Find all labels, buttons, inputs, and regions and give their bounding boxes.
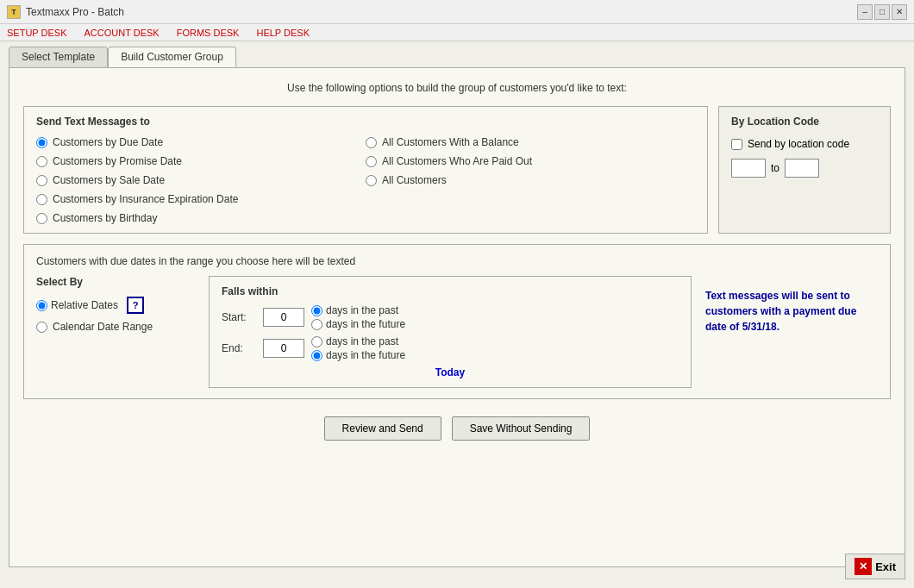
radio-sale-date[interactable] — [36, 175, 47, 186]
location-to-input[interactable] — [785, 159, 819, 178]
send-text-heading: Send Text Messages to — [36, 116, 695, 128]
label-birthday[interactable]: Customers by Birthday — [53, 212, 157, 224]
radio-start-past[interactable] — [311, 305, 322, 316]
title-bar: T Textmaxx Pro - Batch – □ ✕ — [0, 0, 914, 24]
exit-label: Exit — [875, 560, 896, 573]
tab-bar: Select Template Build Customer Group — [0, 41, 914, 67]
label-sale-date[interactable]: Customers by Sale Date — [53, 174, 165, 186]
select-by-section: Select By Relative Dates ? Calendar Date… — [36, 276, 209, 388]
label-paid-out[interactable]: All Customers Who Are Paid Out — [382, 155, 532, 167]
option-promise-date: Customers by Promise Date — [36, 155, 366, 167]
option-paid-out: All Customers Who Are Paid Out — [366, 155, 695, 167]
end-days-future-row: days in the future — [311, 349, 405, 361]
radio-start-future[interactable] — [311, 319, 322, 330]
location-from-input[interactable] — [731, 159, 766, 178]
radio-paid-out[interactable] — [366, 156, 377, 167]
due-date-inner: Select By Relative Dates ? Calendar Date… — [36, 276, 878, 388]
label-due-date[interactable]: Customers by Due Date — [53, 136, 163, 148]
tab-build-customer-group[interactable]: Build Customer Group — [108, 47, 236, 67]
label-end-future[interactable]: days in the future — [326, 349, 405, 361]
radio-promise-date[interactable] — [36, 156, 47, 167]
menu-account-desk[interactable]: ACCOUNT DESK — [81, 28, 163, 38]
location-code-box: By Location Code Send by location code t… — [718, 106, 891, 234]
window-controls: – □ ✕ — [857, 4, 907, 20]
location-to-row: to — [731, 159, 878, 178]
menu-bar: SETUP DESK ACCOUNT DESK FORMS DESK HELP … — [0, 24, 914, 41]
radio-relative-dates[interactable] — [36, 300, 47, 311]
option-relative-dates: Relative Dates ? — [36, 297, 191, 314]
start-row: Start: days in the past days in the futu… — [222, 304, 679, 330]
send-text-options: Customers by Due Date Customers by Promi… — [36, 136, 695, 224]
option-all-customers: All Customers — [366, 174, 695, 186]
label-end-past[interactable]: days in the past — [326, 335, 398, 347]
radio-all-customers[interactable] — [366, 175, 377, 186]
label-insurance-date[interactable]: Customers by Insurance Expiration Date — [53, 193, 238, 205]
minimize-button[interactable]: – — [857, 4, 873, 20]
end-row: End: days in the past days in the future — [222, 335, 679, 361]
option-due-date: Customers by Due Date — [36, 136, 366, 148]
location-checkbox-row: Send by location code — [731, 138, 878, 150]
due-date-title: Customers with due dates in the range yo… — [36, 255, 878, 267]
location-code-heading: By Location Code — [731, 116, 878, 128]
due-date-box: Customers with due dates in the range yo… — [23, 244, 891, 399]
end-days-past-row: days in the past — [311, 335, 405, 347]
location-to-text: to — [771, 162, 779, 174]
falls-within-heading: Falls within — [222, 285, 679, 297]
send-text-box: Send Text Messages to Customers by Due D… — [23, 106, 708, 234]
app-icon: T — [7, 5, 21, 19]
today-link[interactable]: Today — [222, 366, 679, 378]
start-days-future-row: days in the future — [311, 318, 405, 330]
start-input[interactable] — [263, 308, 304, 327]
start-radios: days in the past days in the future — [311, 304, 405, 330]
label-relative-dates[interactable]: Relative Dates — [51, 299, 118, 311]
exit-button[interactable]: ✕ Exit — [845, 554, 905, 579]
exit-icon: ✕ — [855, 558, 872, 575]
menu-forms-desk[interactable]: FORMS DESK — [173, 28, 243, 38]
end-label: End: — [222, 342, 256, 354]
label-all-balance[interactable]: All Customers With a Balance — [382, 136, 519, 148]
radio-due-date[interactable] — [36, 137, 47, 148]
top-section: Send Text Messages to Customers by Due D… — [23, 106, 891, 234]
radio-end-past[interactable] — [311, 336, 322, 347]
send-text-right-col: All Customers With a Balance All Custome… — [366, 136, 695, 224]
review-send-button[interactable]: Review and Send — [324, 416, 441, 441]
menu-help-desk[interactable]: HELP DESK — [253, 28, 313, 38]
radio-insurance-date[interactable] — [36, 194, 47, 205]
help-button[interactable]: ? — [127, 297, 144, 314]
option-all-balance: All Customers With a Balance — [366, 136, 695, 148]
label-promise-date[interactable]: Customers by Promise Date — [53, 155, 182, 167]
radio-calendar-range[interactable] — [36, 322, 47, 333]
maximize-button[interactable]: □ — [874, 4, 890, 20]
label-calendar-range[interactable]: Calendar Date Range — [53, 321, 153, 333]
option-calendar-range: Calendar Date Range — [36, 321, 191, 333]
label-start-future[interactable]: days in the future — [326, 318, 405, 330]
instruction-text: Use the following options to build the g… — [23, 82, 891, 94]
label-all-customers[interactable]: All Customers — [382, 174, 447, 186]
close-button[interactable]: ✕ — [892, 4, 907, 20]
option-birthday: Customers by Birthday — [36, 212, 366, 224]
info-text: Text messages will be sent to customers … — [705, 288, 878, 388]
radio-end-future[interactable] — [311, 350, 322, 361]
option-sale-date: Customers by Sale Date — [36, 174, 366, 186]
main-content: Use the following options to build the g… — [9, 67, 905, 567]
end-input[interactable] — [263, 339, 304, 358]
menu-setup-desk[interactable]: SETUP DESK — [3, 28, 71, 38]
end-radios: days in the past days in the future — [311, 335, 405, 361]
start-days-past-row: days in the past — [311, 304, 405, 316]
bottom-buttons: Review and Send Save Without Sending — [23, 416, 891, 441]
select-by-heading: Select By — [36, 276, 191, 288]
option-insurance-date: Customers by Insurance Expiration Date — [36, 193, 366, 205]
location-code-label[interactable]: Send by location code — [748, 138, 849, 150]
location-code-checkbox[interactable] — [731, 139, 742, 150]
radio-birthday[interactable] — [36, 213, 47, 224]
save-without-button[interactable]: Save Without Sending — [452, 416, 591, 441]
falls-within-section: Falls within Start: days in the past day… — [209, 276, 692, 388]
radio-all-balance[interactable] — [366, 137, 377, 148]
window-title: Textmaxx Pro - Batch — [26, 6, 124, 18]
tab-select-template[interactable]: Select Template — [9, 47, 108, 67]
exit-area: ✕ Exit — [845, 554, 905, 579]
label-start-past[interactable]: days in the past — [326, 304, 398, 316]
send-text-left-col: Customers by Due Date Customers by Promi… — [36, 136, 366, 224]
start-label: Start: — [222, 311, 256, 323]
